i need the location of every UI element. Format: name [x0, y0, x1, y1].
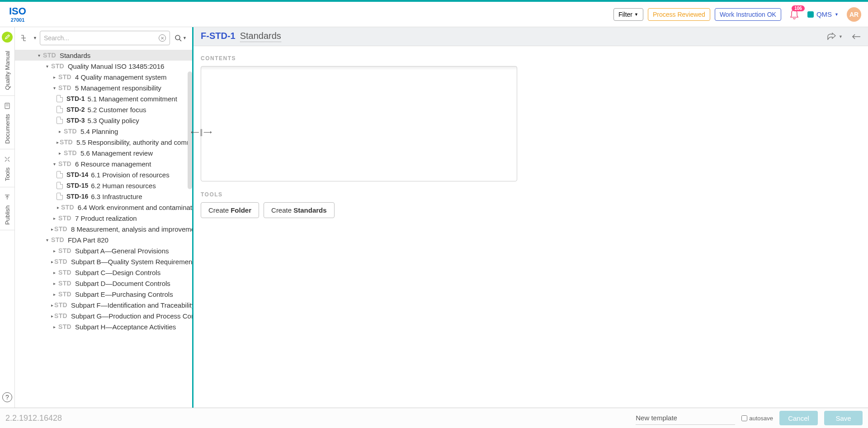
tree-row[interactable]: ▸STD4 Quality management system	[15, 71, 192, 82]
share-icon[interactable]	[827, 33, 836, 41]
create-standards-label: Standards	[293, 206, 326, 214]
arrow-right-icon[interactable]: ▸	[51, 75, 57, 80]
caret-down-icon: ▼	[634, 12, 638, 17]
arrow-right-icon[interactable]: ▸	[51, 324, 57, 329]
rail-quality-manual[interactable]: Quality Manual	[4, 51, 11, 90]
rail-documents[interactable]: Documents	[4, 114, 11, 144]
tree-tag: STD	[64, 149, 77, 157]
tree-row[interactable]: ▸STDSubpart C—Design Controls	[15, 267, 192, 278]
arrow-right-icon[interactable]: ▸	[57, 151, 63, 156]
arrow-right-icon[interactable]: ▸	[51, 270, 57, 275]
tree-row[interactable]: ▾STDQuality Manual ISO 13485:2016	[15, 61, 192, 71]
arrow-right-icon[interactable]: ▸	[51, 227, 53, 232]
tree-row[interactable]: ▸STD7 Product realization	[15, 213, 192, 224]
avatar[interactable]: AR	[847, 7, 861, 22]
arrow-right-icon[interactable]: ▸	[57, 205, 60, 210]
help-button[interactable]: ?	[2, 392, 12, 402]
tree-row[interactable]: STD-146.1 Provision of resources	[15, 169, 192, 180]
tree-label: FDA Part 820	[68, 236, 108, 244]
search-button[interactable]: ▼	[173, 34, 189, 42]
rail-pen-button[interactable]	[2, 32, 13, 43]
publish-icon[interactable]	[3, 193, 12, 202]
arrow-right-icon[interactable]: ▸	[51, 292, 57, 297]
tree-row[interactable]: ▾STD6 Resource management	[15, 158, 192, 169]
arrow-right-icon[interactable]: ▸	[51, 248, 57, 253]
tree-row[interactable]: STD-166.3 Infrastructure	[15, 191, 192, 202]
tree-mode-button[interactable]	[19, 32, 30, 44]
scrollbar-thumb[interactable]	[188, 71, 192, 189]
autosave-checkbox[interactable]	[741, 415, 747, 421]
tree-label: Subpart F—Identification and Traceabilit…	[71, 301, 192, 309]
arrow-right-icon[interactable]: ▸	[57, 140, 59, 145]
arrow-right-icon[interactable]: ▸	[51, 281, 57, 286]
tree-tag: STD	[58, 269, 71, 276]
rail-publish[interactable]: Publish	[4, 205, 11, 225]
tree-row[interactable]: ▸STD5.5 Responsibility, authority and co…	[15, 137, 192, 147]
back-icon[interactable]	[852, 33, 861, 40]
workspace-selector[interactable]: QMS ▼	[807, 10, 839, 18]
footer: 2.2.1912.16428 autosave Cancel Save	[0, 408, 868, 428]
search-input[interactable]	[44, 34, 156, 42]
tree-row[interactable]: ▸STDSubpart A—General Provisions	[15, 245, 192, 256]
tree-row[interactable]: ▸STDSubpart E—Purchasing Controls	[15, 289, 192, 300]
filter-button[interactable]: Filter ▼	[613, 8, 643, 21]
tree-tag: STD	[54, 312, 67, 319]
create-folder-button[interactable]: Create Folder	[201, 202, 259, 218]
caret-down-icon[interactable]: ▼	[33, 36, 37, 40]
arrow-down-icon[interactable]: ▾	[51, 86, 57, 90]
version-label: 2.2.1912.16428	[5, 414, 62, 423]
tree-row[interactable]: STD-25.2 Customer focus	[15, 104, 192, 115]
arrow-right-icon[interactable]: ▸	[57, 129, 63, 134]
tree-row[interactable]: ▸STDSubpart F—Identification and Traceab…	[15, 300, 192, 310]
template-name-input[interactable]	[636, 411, 735, 425]
cancel-button[interactable]: Cancel	[779, 411, 818, 425]
notification-badge: 106	[792, 5, 805, 11]
pen-icon	[5, 34, 10, 40]
tree-row[interactable]: ▾STD5 Management responsibility	[15, 82, 192, 93]
arrow-right-icon[interactable]: ▸	[51, 314, 53, 319]
item-name[interactable]: Standards	[240, 31, 281, 42]
tree-tag: STD	[58, 290, 71, 298]
documents-icon[interactable]	[3, 101, 12, 110]
tree-label: 4 Quality management system	[75, 73, 167, 81]
tree-row[interactable]: ▸STD6.4 Work environment and contaminat	[15, 202, 192, 213]
tree-row[interactable]: ▸STDSubpart B—Quality System Requirement	[15, 256, 192, 267]
tree-tag: STD	[64, 128, 77, 135]
tree-row[interactable]: STD-15.1 Management commitment	[15, 93, 192, 104]
notifications[interactable]: 106	[789, 9, 799, 20]
document-icon	[57, 182, 63, 189]
create-standards-button[interactable]: Create Standards	[264, 202, 335, 218]
autosave-toggle[interactable]: autosave	[741, 415, 773, 422]
contents-editor[interactable]	[201, 66, 517, 181]
item-id: F-STD-1	[201, 31, 236, 41]
arrow-down-icon[interactable]: ▾	[44, 64, 50, 69]
tree-row[interactable]: ▸STDSubpart G—Production and Process Cor	[15, 310, 192, 321]
tree-tag: STD-3	[66, 117, 85, 124]
arrow-right-icon[interactable]: ▸	[51, 259, 53, 264]
tree-label: Subpart B—Quality System Requirement	[71, 258, 192, 266]
tree-row[interactable]: ▸STDSubpart H—Acceptance Activities	[15, 321, 192, 332]
tree-row[interactable]: ▾STDStandards	[15, 50, 192, 61]
tree-row[interactable]: ▸STD5.6 Management review	[15, 147, 192, 158]
tree-row[interactable]: STD-156.2 Human resources	[15, 180, 192, 191]
arrow-right-icon[interactable]: ▸	[51, 216, 57, 221]
arrow-down-icon[interactable]: ▾	[44, 238, 50, 243]
arrow-right-icon[interactable]: ▸	[51, 303, 53, 308]
arrow-down-icon[interactable]: ▾	[36, 53, 42, 58]
tree-row[interactable]: ▸STD5.4 Planning	[15, 126, 192, 137]
work-instruction-button[interactable]: Work Instruction OK	[715, 8, 781, 21]
process-reviewed-button[interactable]: Process Reviewed	[648, 8, 710, 21]
caret-down-icon: ▼	[183, 36, 187, 40]
arrow-down-icon[interactable]: ▾	[51, 162, 57, 166]
tree-row[interactable]: ▸STDSubpart D—Document Controls	[15, 278, 192, 289]
save-button[interactable]: Save	[824, 411, 863, 425]
document-icon	[57, 193, 63, 200]
tree-row[interactable]: ▸STD8 Measurement, analysis and improvem…	[15, 224, 192, 234]
tree-view[interactable]: ▾STDStandards▾STDQuality Manual ISO 1348…	[15, 49, 192, 408]
tools-icon[interactable]	[3, 155, 12, 164]
caret-down-icon[interactable]: ▼	[839, 34, 843, 39]
clear-search-icon[interactable]: ✕	[159, 34, 166, 42]
tree-row[interactable]: STD-35.3 Quality policy	[15, 115, 192, 126]
tree-row[interactable]: ▾STDFDA Part 820	[15, 234, 192, 245]
rail-tools[interactable]: Tools	[4, 167, 11, 181]
